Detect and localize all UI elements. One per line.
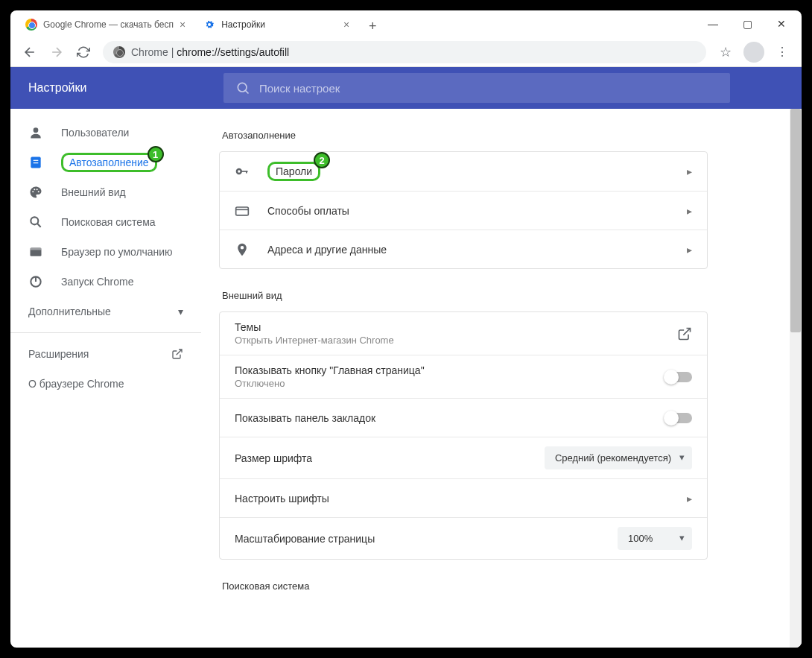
svg-point-5 (32, 191, 34, 192)
sidebar-item-label: Браузер по умолчанию (61, 246, 173, 258)
appearance-card: Темы Открыть Интернет-магазин Chrome Пок… (219, 311, 708, 560)
row-label: Адреса и другие данные (267, 244, 687, 256)
svg-point-8 (38, 191, 39, 192)
row-font-size: Размер шрифта Средний (рекомендуется) (220, 437, 707, 478)
key-icon (235, 164, 256, 179)
kebab-menu-button[interactable]: ⋮ (770, 40, 794, 64)
sidebar-item-appearance[interactable]: Внешний вид (10, 177, 201, 207)
sidebar-divider (10, 332, 201, 333)
section-title-search: Поисковая система (222, 581, 708, 592)
svg-point-0 (238, 83, 247, 92)
page-title: Настройки (10, 81, 223, 95)
row-label: Темы (235, 321, 677, 333)
forward-button[interactable] (45, 40, 69, 64)
toggle-bookmarks-bar[interactable] (665, 413, 692, 423)
scrollbar-track[interactable] (790, 109, 802, 648)
sidebar-item-startup[interactable]: Запуск Chrome (10, 267, 201, 297)
profile-avatar[interactable] (743, 42, 764, 63)
sidebar-item-label: Внешний вид (61, 186, 126, 198)
svg-point-9 (31, 217, 38, 224)
row-passwords[interactable]: Пароли 2 ▸ (220, 152, 707, 191)
row-label: Настроить шрифты (235, 493, 687, 504)
browser-icon (28, 244, 43, 259)
external-link-icon (171, 348, 183, 360)
sidebar-item-label: Поисковая система (61, 216, 156, 228)
sidebar-item-label: Автозаполнение (69, 156, 149, 168)
sidebar-item-autofill[interactable]: Автозаполнение 1 (10, 148, 201, 177)
gear-icon (203, 19, 215, 31)
row-customize-fonts[interactable]: Настроить шрифты ▸ (220, 478, 707, 517)
font-size-select[interactable]: Средний (рекомендуется) (545, 446, 692, 469)
sidebar-item-label: Дополнительные (28, 306, 111, 317)
section-title-appearance: Внешний вид (222, 290, 708, 301)
annotation-badge-1: 1 (148, 146, 164, 162)
sidebar-item-search[interactable]: Поисковая система (10, 207, 201, 237)
row-label: Масштабирование страницы (235, 533, 618, 545)
svg-point-15 (238, 170, 240, 172)
sidebar-item-users[interactable]: Пользователи (10, 118, 201, 148)
page-zoom-select[interactable]: 100% (618, 527, 692, 550)
sidebar-item-extensions[interactable]: Расширения (10, 339, 201, 369)
new-tab-button[interactable]: + (361, 15, 384, 37)
row-page-zoom: Масштабирование страницы 100% (220, 517, 707, 559)
row-home-button[interactable]: Показывать кнопку "Главная страница" Отк… (220, 355, 707, 398)
settings-header: Настройки Поиск настроек (10, 67, 802, 109)
svg-rect-18 (236, 207, 249, 215)
scrollbar-thumb[interactable] (790, 109, 801, 332)
svg-point-7 (37, 189, 38, 190)
row-sublabel: Отключено (235, 378, 665, 389)
annotation-highlight-2: Пароли 2 (267, 162, 320, 181)
autofill-icon (28, 155, 43, 170)
svg-rect-11 (31, 247, 42, 250)
svg-rect-3 (34, 160, 39, 161)
tab-label: Google Chrome — скачать бесп (43, 19, 174, 30)
credit-card-icon (235, 203, 256, 218)
person-icon (28, 125, 43, 140)
sidebar-item-advanced[interactable]: Дополнительные ▾ (10, 297, 201, 326)
chevron-right-icon: ▸ (687, 493, 692, 504)
settings-sidebar: Пользователи Автозаполнение 1 Внешний ви… (10, 109, 201, 648)
annotation-highlight-1: Автозаполнение 1 (61, 153, 157, 172)
chrome-icon (25, 19, 37, 31)
svg-point-1 (34, 127, 39, 133)
toggle-home-button[interactable] (665, 372, 692, 382)
row-themes[interactable]: Темы Открыть Интернет-магазин Chrome (220, 312, 707, 355)
search-icon (28, 215, 43, 230)
chevron-right-icon: ▸ (687, 244, 692, 256)
sidebar-item-label: О браузере Chrome (28, 378, 124, 390)
back-button[interactable] (18, 40, 42, 64)
row-label: Показывать панель закладок (235, 412, 665, 424)
location-icon (235, 242, 256, 257)
tab-settings[interactable]: Настройки × (194, 12, 358, 37)
tab-google-chrome[interactable]: Google Chrome — скачать бесп × (16, 12, 194, 37)
address-bar[interactable]: Chrome | chrome://settings/autofill (103, 41, 706, 63)
sidebar-item-label: Пользователи (61, 127, 129, 139)
row-sublabel: Открыть Интернет-магазин Chrome (235, 335, 677, 346)
chevron-right-icon: ▸ (687, 205, 692, 217)
row-payment-methods[interactable]: Способы оплаты ▸ (220, 191, 707, 230)
row-label: Размер шрифта (235, 452, 545, 464)
chevron-right-icon: ▸ (687, 165, 692, 177)
settings-search-input[interactable]: Поиск настроек (223, 73, 730, 103)
sidebar-item-label: Расширения (28, 348, 89, 360)
row-bookmarks-bar[interactable]: Показывать панель закладок (220, 398, 707, 437)
annotation-badge-2: 2 (314, 152, 330, 168)
close-tab-icon[interactable]: × (180, 19, 185, 31)
svg-rect-17 (246, 171, 247, 173)
sidebar-item-label: Запуск Chrome (61, 276, 133, 288)
external-link-icon (677, 326, 692, 341)
close-tab-icon[interactable]: × (343, 19, 349, 31)
sidebar-item-about[interactable]: О браузере Chrome (10, 369, 201, 399)
row-addresses[interactable]: Адреса и другие данные ▸ (220, 230, 707, 268)
row-label: Способы оплаты (267, 205, 687, 217)
sidebar-item-default-browser[interactable]: Браузер по умолчанию (10, 237, 201, 267)
autofill-card: Пароли 2 ▸ Способы оплаты ▸ Адреса и дру… (219, 151, 708, 269)
section-title-autofill: Автозаполнение (222, 130, 708, 141)
settings-main: Автозаполнение Пароли 2 ▸ Способы оплаты… (201, 109, 738, 648)
row-label: Показывать кнопку "Главная страница" (235, 364, 665, 376)
search-icon (235, 80, 250, 95)
bookmark-star-button[interactable]: ☆ (714, 40, 738, 64)
reload-button[interactable] (72, 40, 95, 64)
chevron-down-icon: ▾ (178, 306, 183, 317)
power-icon (28, 274, 43, 289)
